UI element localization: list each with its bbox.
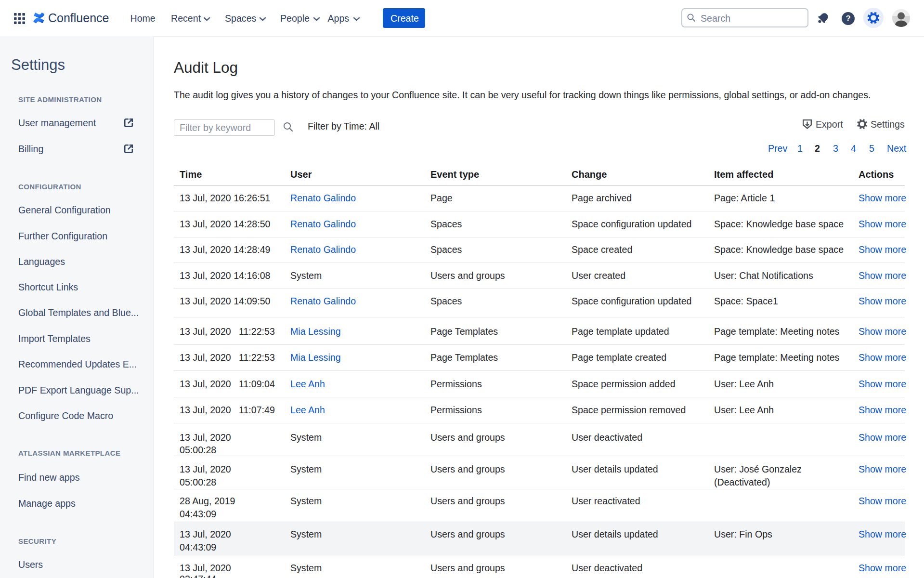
- svg-text:?: ?: [846, 14, 850, 23]
